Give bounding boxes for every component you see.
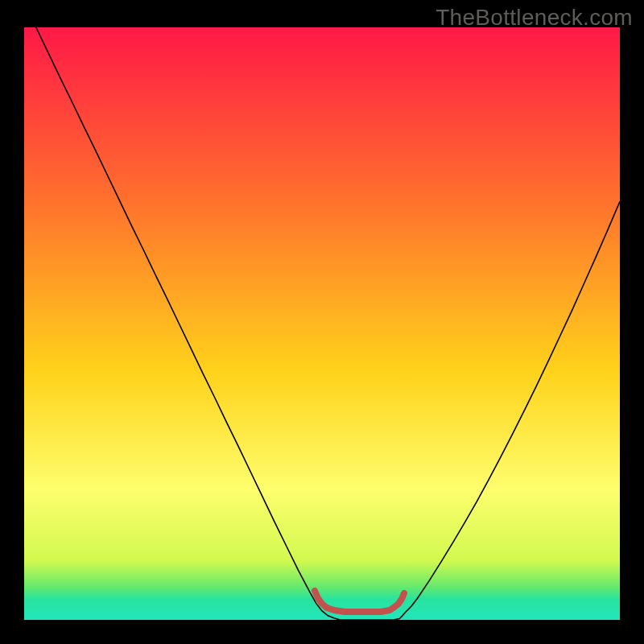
chart-svg (0, 0, 644, 644)
chart-frame: { "watermark": "TheBottleneck.com", "cha… (0, 0, 644, 644)
watermark-text: TheBottleneck.com (436, 5, 633, 31)
plot-background (24, 27, 620, 620)
